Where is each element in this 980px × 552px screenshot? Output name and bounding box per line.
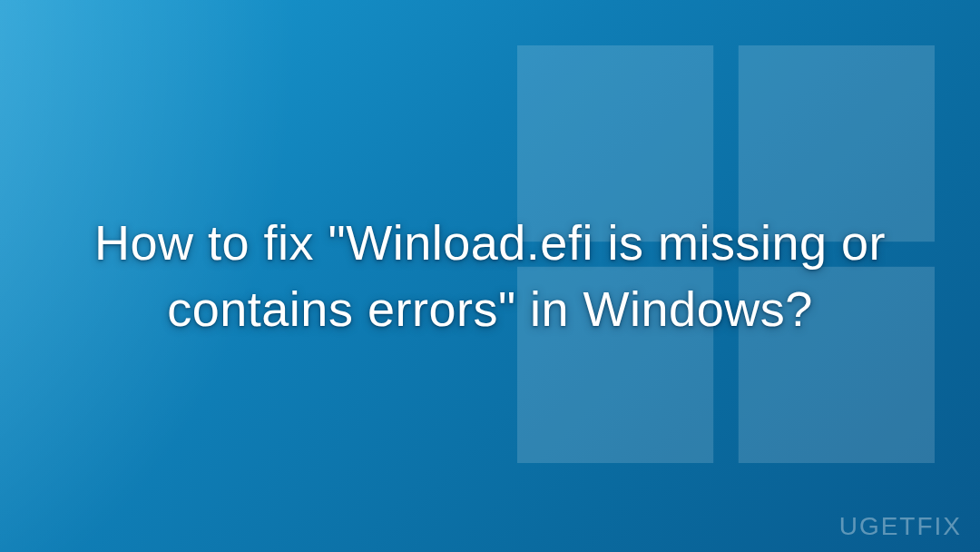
title-container: How to fix "Winload.efi is missing or co… [82,210,898,342]
page-title: How to fix "Winload.efi is missing or co… [82,210,898,342]
watermark-text: UGETFIX [839,512,962,541]
